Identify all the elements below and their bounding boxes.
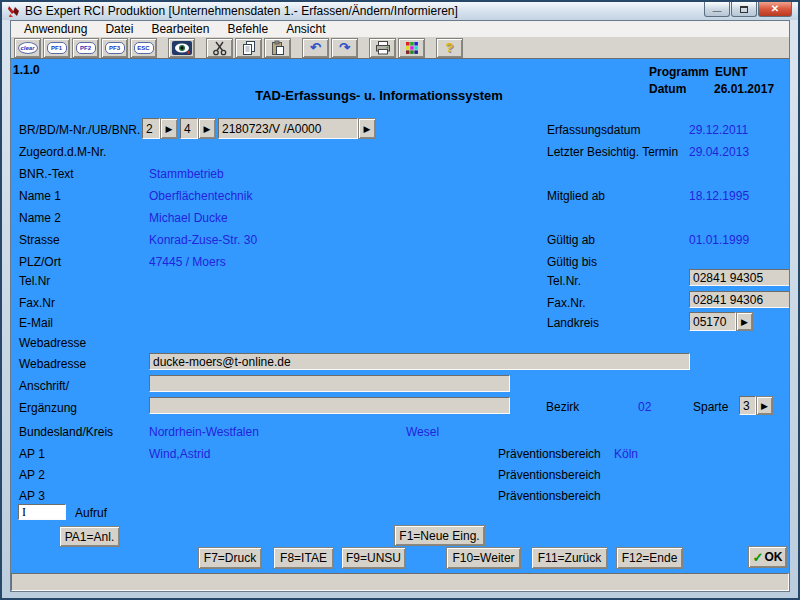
window-controls: — ✕	[703, 2, 792, 17]
scissors-icon	[212, 40, 228, 56]
name1-value: Oberflächentechnik	[149, 189, 252, 203]
ergaenzung-label: Ergänzung	[19, 401, 77, 415]
mnr-combo-arrow-icon[interactable]: ▶	[358, 118, 376, 139]
anschrift-input[interactable]	[149, 375, 510, 392]
colors-button[interactable]	[398, 38, 425, 58]
menu-anwendung[interactable]: Anwendung	[15, 22, 96, 36]
pf2-icon: PF2	[76, 42, 96, 54]
minimize-button[interactable]: —	[704, 2, 730, 17]
sparte-combo-arrow-icon[interactable]: ▶	[756, 396, 773, 415]
eye-icon	[172, 41, 192, 55]
copy-icon	[241, 40, 257, 56]
mnr-combo[interactable]: 2180723/V /A0000 ▶	[218, 118, 376, 139]
clear-button[interactable]: clear	[14, 38, 41, 58]
br-combo[interactable]: 2 ▶	[142, 118, 178, 139]
landkreis-combo-arrow-icon[interactable]: ▶	[736, 312, 753, 331]
f7-druck-button[interactable]: F7=Druck	[198, 547, 262, 569]
bundesland-value: Nordrhein-Westfalen	[149, 425, 259, 439]
print-button[interactable]	[369, 38, 396, 58]
title-bar: BG Expert RCI Produktion [Unternehmensda…	[2, 2, 798, 20]
colors-grid-icon	[405, 41, 419, 55]
printer-icon	[375, 40, 391, 55]
esc-button[interactable]: ESC	[130, 38, 157, 58]
sparte-label: Sparte	[693, 400, 728, 414]
undo-button[interactable]: ↶	[302, 38, 329, 58]
webadresse-input[interactable]	[149, 353, 690, 370]
name2-label: Name 2	[19, 211, 61, 225]
pf1-button[interactable]: PF1	[43, 38, 70, 58]
view-button[interactable]	[168, 38, 195, 58]
bezirk-value: 02	[638, 400, 651, 414]
copy-button[interactable]	[235, 38, 262, 58]
ok-button[interactable]: ✓OK	[748, 546, 787, 568]
pf1-icon: PF1	[47, 42, 67, 54]
sparte-combo[interactable]: 3 ▶	[739, 396, 773, 415]
client-area: Anwendung Datei Bearbeiten Befehle Ansic…	[10, 20, 790, 592]
f11-zurueck-button[interactable]: F11=Zurück	[531, 547, 608, 569]
ergaenzung-input[interactable]	[149, 397, 510, 414]
menu-befehle[interactable]: Befehle	[218, 22, 277, 36]
letzter-termin-label: Letzter Besichtig. Termin	[547, 145, 678, 159]
pf2-button[interactable]: PF2	[72, 38, 99, 58]
erfassungsdatum-value: 29.12.2011	[689, 123, 748, 137]
praev3-label: Präventionsbereich	[498, 489, 601, 503]
webadresse2-label: Webadresse	[19, 357, 86, 371]
f9-unsu-button[interactable]: F9=UNSU	[341, 547, 406, 569]
ap2-label: AP 2	[19, 468, 45, 482]
minimize-icon: —	[713, 7, 722, 16]
mitglied-ab-label: Mitglied ab	[547, 189, 605, 203]
text-caret: I	[22, 505, 26, 519]
paste-button[interactable]	[264, 38, 291, 58]
help-button[interactable]: ?	[436, 38, 463, 58]
bnr-text-value: Stammbetrieb	[149, 167, 224, 181]
fax2-input[interactable]	[689, 291, 789, 308]
maximize-button[interactable]	[731, 2, 757, 17]
menu-ansicht[interactable]: Ansicht	[277, 22, 334, 36]
name1-label: Name 1	[19, 189, 61, 203]
bd-combo[interactable]: 4 ▶	[180, 118, 216, 139]
ok-label: OK	[764, 550, 782, 564]
webadresse1-label: Webadresse	[19, 336, 86, 350]
name2-value: Michael Ducke	[149, 211, 228, 225]
ap1-value: Wind,Astrid	[149, 447, 210, 461]
praev1-value: Köln	[614, 447, 638, 461]
window-title: BG Expert RCI Produktion [Unternehmensda…	[25, 4, 458, 18]
landkreis-combo[interactable]: 05170 ▶	[689, 312, 753, 331]
ap3-label: AP 3	[19, 489, 45, 503]
aufruf-input[interactable]: I	[18, 504, 66, 520]
menu-datei[interactable]: Datei	[96, 22, 142, 36]
close-icon: ✕	[771, 4, 779, 14]
aufruf-label: Aufruf	[75, 506, 107, 520]
pf3-icon: PF3	[105, 42, 125, 54]
kreis-value: Wesel	[406, 425, 439, 439]
menu-bearbeiten[interactable]: Bearbeiten	[142, 22, 218, 36]
f10-weiter-button[interactable]: F10=Weiter	[446, 547, 521, 569]
erfassungsdatum-label: Erfassungsdatum	[547, 123, 640, 137]
pf3-button[interactable]: PF3	[101, 38, 128, 58]
f8-itae-button[interactable]: F8=ITAE	[273, 547, 334, 569]
br-combo-arrow-icon[interactable]: ▶	[160, 118, 178, 139]
close-button[interactable]: ✕	[758, 2, 792, 17]
sparte-combo-value: 3	[739, 396, 756, 415]
tel-label: Tel.Nr	[19, 274, 50, 288]
tel2-input[interactable]	[689, 269, 789, 286]
application-window: BG Expert RCI Produktion [Unternehmensda…	[0, 0, 800, 600]
redo-button[interactable]: ↷	[331, 38, 358, 58]
mnr-combo-value: 2180723/V /A0000	[218, 118, 358, 139]
menu-bar: Anwendung Datei Bearbeiten Befehle Ansic…	[11, 21, 789, 37]
maximize-icon	[740, 6, 748, 13]
pa1-anl-button[interactable]: PA1=Anl.	[59, 526, 120, 547]
bd-combo-arrow-icon[interactable]: ▶	[198, 118, 216, 139]
status-bar	[11, 573, 789, 591]
undo-icon: ↶	[310, 41, 321, 54]
f1-neue-eing-button[interactable]: F1=Neue Eing.	[394, 525, 485, 546]
praev1-label: Präventionsbereich	[498, 447, 601, 461]
cut-button[interactable]	[206, 38, 233, 58]
paste-icon	[270, 40, 286, 56]
screen-id: 1.1.0	[13, 63, 40, 77]
ap1-label: AP 1	[19, 447, 45, 461]
bd-combo-value: 4	[180, 118, 198, 139]
page-title: TAD-Erfassungs- u. Informationssystem	[11, 88, 747, 103]
f12-ende-button[interactable]: F12=Ende	[616, 547, 683, 569]
fax2-label: Fax.Nr.	[547, 296, 586, 310]
